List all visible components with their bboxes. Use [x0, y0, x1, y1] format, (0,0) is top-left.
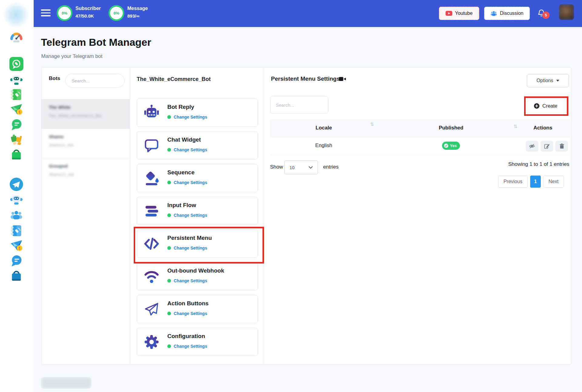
card-configuration[interactable]: Configuration Change Settings — [137, 328, 258, 356]
telegram-icon[interactable] — [9, 177, 23, 191]
sort-icon[interactable]: ⇅ — [513, 124, 517, 129]
options-label: Options — [537, 78, 553, 83]
card-outbound-webhook[interactable]: Out-bound Webhook Change Settings — [137, 262, 258, 290]
top-header: 0% Subscriber 47/50.0K 0% Message 893/∞ … — [34, 0, 582, 27]
create-button[interactable]: Create — [527, 99, 564, 113]
bot-list-item[interactable]: Grouped Shams21_bot — [42, 158, 130, 187]
bot-username-blurred: Shams21_bot — [49, 172, 74, 177]
card-title: Input Flow — [167, 202, 196, 209]
sort-icon[interactable]: ⇅ — [370, 122, 374, 127]
discussion-button-label: Discussion — [500, 11, 523, 16]
card-input-flow[interactable]: Input Flow Change Settings — [137, 197, 258, 225]
chatbot-icon[interactable] — [9, 73, 23, 87]
change-settings-link[interactable]: Change Settings — [174, 213, 207, 218]
footer-text-blurred — [41, 377, 91, 389]
telegram-store-icon[interactable] — [9, 269, 23, 283]
card-persistent-menu[interactable]: Persistent Menu Change Settings — [137, 230, 258, 258]
chevron-down-icon — [309, 166, 313, 169]
phonebook-icon[interactable] — [9, 88, 23, 102]
subscriber-progress-ring: 0% — [57, 5, 72, 21]
showing-entries-text: Showing 1 to 1 of 1 entries — [448, 161, 569, 167]
edit-icon[interactable] — [540, 141, 553, 152]
table-row: English Yes — [270, 137, 570, 155]
entries-label: entries — [323, 164, 339, 170]
card-bot-reply[interactable]: Bot Reply Change Settings — [137, 99, 258, 127]
bot-username-blurred: The_White_eCommerce_Bot — [49, 113, 102, 118]
table-header: Locale ⇅ Published ⇅ Actions — [270, 119, 570, 137]
message-percent: 0% — [114, 11, 119, 15]
card-sequence[interactable]: Sequence Change Settings — [137, 164, 258, 192]
column-header-locale[interactable]: Locale — [316, 125, 332, 131]
options-dropdown-button[interactable]: Options — [527, 74, 569, 87]
telegram-campaign-icon[interactable]: 1 — [9, 239, 23, 253]
fill-drip-icon — [143, 170, 160, 187]
pagination-previous-button[interactable]: Previous — [498, 176, 528, 188]
page-title: Telegram Bot Manager — [41, 36, 151, 48]
telegram-bot-icon[interactable] — [9, 193, 23, 206]
card-title: Action Buttons — [167, 300, 209, 307]
video-tutorial-icon[interactable] — [339, 76, 346, 82]
change-settings-link[interactable]: Change Settings — [174, 115, 207, 119]
card-chat-widget[interactable]: Chat Widget Change Settings — [137, 131, 258, 159]
card-title: Sequence — [167, 169, 195, 176]
telegram-group-icon[interactable] — [9, 209, 23, 223]
bot-list-item[interactable]: Shams shams21_bot — [42, 129, 130, 158]
published-badge: Yes — [442, 142, 460, 150]
card-action-buttons[interactable]: Action Buttons Change Settings — [137, 295, 258, 323]
settings-panel-title: Persistent Menu Settings — [271, 75, 340, 82]
status-dot — [167, 279, 171, 283]
card-title: Out-bound Webhook — [167, 267, 224, 274]
integration-icon[interactable] — [9, 132, 23, 146]
user-avatar[interactable] — [559, 4, 574, 20]
show-label: Show — [270, 164, 283, 170]
whatsapp-icon[interactable] — [9, 57, 23, 71]
subscriber-percent: 0% — [62, 11, 68, 15]
change-settings-link[interactable]: Change Settings — [174, 147, 207, 152]
change-settings-link[interactable]: Change Settings — [174, 278, 207, 283]
page-size-value: 10 — [289, 165, 295, 170]
youtube-icon — [446, 11, 452, 16]
discussion-button[interactable]: Discussion — [484, 7, 530, 20]
change-settings-link[interactable]: Change Settings — [174, 344, 207, 349]
create-button-label: Create — [542, 103, 557, 109]
status-dot — [167, 115, 171, 119]
page-size-select[interactable]: 10 — [284, 160, 318, 174]
chevron-down-icon — [556, 80, 559, 82]
bots-search-input[interactable] — [65, 74, 125, 88]
card-title: Chat Widget — [167, 136, 201, 143]
app-logo[interactable] — [3, 2, 29, 28]
subscriber-value: 47/50.0K — [75, 13, 94, 18]
change-settings-link[interactable]: Change Settings — [174, 246, 207, 250]
youtube-button[interactable]: Youtube — [439, 7, 479, 20]
pagination-next-button[interactable]: Next — [543, 176, 564, 188]
livechat-icon[interactable] — [9, 118, 23, 132]
chat-bubble-icon — [143, 137, 160, 154]
telegram-bot-manager-page: 1 — [0, 0, 582, 392]
card-title: Configuration — [167, 333, 205, 340]
hamburger-menu-icon[interactable] — [41, 9, 51, 17]
message-progress-ring: 0% — [109, 5, 124, 21]
code-icon — [143, 235, 160, 252]
hide-eye-slash-icon[interactable] — [526, 141, 538, 152]
plus-circle-icon — [534, 103, 540, 109]
bot-list-item[interactable]: The White The_White_eCommerce_Bot — [42, 99, 130, 129]
campaign-icon[interactable]: 1 — [9, 102, 23, 116]
check-circle-icon — [444, 143, 448, 148]
svg-text:1: 1 — [18, 246, 21, 250]
column-header-published[interactable]: Published — [439, 125, 463, 131]
bars-icon — [143, 203, 160, 219]
app-sidebar: 1 — [0, 0, 34, 392]
telegram-phonebook-icon[interactable] — [9, 224, 23, 238]
panel-divider — [130, 68, 130, 364]
dashboard-gauge-icon[interactable] — [9, 31, 23, 45]
store-icon[interactable] — [9, 147, 23, 161]
status-dot — [167, 246, 171, 250]
change-settings-link[interactable]: Change Settings — [174, 180, 207, 185]
pagination-page-1[interactable]: 1 — [530, 176, 541, 188]
status-dot — [167, 312, 171, 315]
telegram-livechat-icon[interactable] — [9, 254, 23, 268]
card-title: Persistent Menu — [167, 235, 212, 241]
change-settings-link[interactable]: Change Settings — [174, 311, 207, 316]
menu-search-input[interactable] — [270, 96, 328, 114]
trash-icon[interactable] — [555, 141, 568, 152]
